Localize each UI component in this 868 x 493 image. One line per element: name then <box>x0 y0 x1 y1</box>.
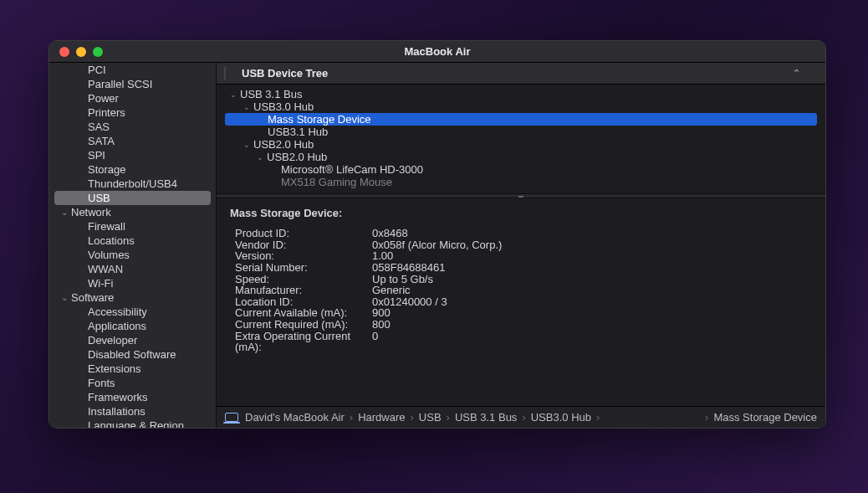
detail-value: 0x8468 <box>372 228 408 239</box>
detail-row: Current Required (mA):800 <box>230 319 812 331</box>
detail-key: Current Available (mA): <box>235 307 372 319</box>
traffic-lights <box>49 47 103 57</box>
sidebar-item-locations[interactable]: Locations <box>54 234 211 248</box>
details-title: Mass Storage Device: <box>230 207 812 219</box>
detail-value: 1.00 <box>372 250 393 262</box>
detail-key: Manufacturer: <box>235 285 372 296</box>
sidebar-item-pci[interactable]: PCI <box>54 63 211 77</box>
detail-row: Version:1.00 <box>230 250 812 262</box>
path-segment[interactable]: David's MacBook Air <box>245 411 345 424</box>
detail-value: 0 <box>372 331 378 353</box>
sidebar-item-firewall[interactable]: Firewall <box>54 219 211 234</box>
detail-key: Speed: <box>235 274 372 285</box>
detail-key: Product ID: <box>235 228 372 239</box>
minimize-button[interactable] <box>76 47 86 57</box>
tree-row-label: Mass Storage Device <box>268 113 371 126</box>
tree-header[interactable]: USB Device Tree ⌃ <box>217 63 825 85</box>
tree-row[interactable]: MX518 Gaming Mouse <box>225 176 817 188</box>
sidebar-item-applications[interactable]: Applications <box>54 319 211 333</box>
sidebar-item-power[interactable]: Power <box>54 91 211 105</box>
tree-row[interactable]: USB3.1 Hub <box>225 126 817 138</box>
chevron-down-icon: ⌄ <box>61 293 71 302</box>
tree-row[interactable]: ⌄USB2.0 Hub <box>225 151 817 163</box>
tree-row-label: USB2.0 Hub <box>267 151 327 163</box>
detail-key: Version: <box>235 250 372 262</box>
chevron-right-icon: › <box>595 411 601 424</box>
detail-row: Current Available (mA):900 <box>230 307 812 319</box>
sidebar-item-extensions[interactable]: Extensions <box>54 362 211 376</box>
detail-value: 0x058f (Alcor Micro, Corp.) <box>372 239 502 251</box>
tree-row-label: USB2.0 Hub <box>253 138 314 151</box>
zoom-button[interactable] <box>93 47 103 57</box>
detail-row: Extra Operating Current (mA):0 <box>230 331 812 353</box>
sidebar-item-wi-fi[interactable]: Wi-Fi <box>54 276 211 290</box>
chevron-right-icon: › <box>520 411 527 424</box>
chevron-right-icon: › <box>348 411 355 424</box>
split-handle[interactable] <box>217 193 825 198</box>
chevron-down-icon[interactable]: ⌄ <box>257 153 263 162</box>
sidebar-item-usb[interactable]: USB <box>54 191 211 205</box>
titlebar[interactable]: MacBook Air <box>49 41 825 63</box>
detail-value: 058F84688461 <box>372 262 445 274</box>
sidebar-item-language-region[interactable]: Language & Region <box>54 419 211 428</box>
path-segment[interactable]: Mass Storage Device <box>713 411 817 424</box>
sidebar-item-installations[interactable]: Installations <box>54 404 211 419</box>
detail-key: Vendor ID: <box>235 239 372 251</box>
tree-row[interactable]: Microsoft® LifeCam HD-3000 <box>225 163 817 176</box>
sidebar-item-accessibility[interactable]: Accessibility <box>54 305 211 319</box>
sidebar-item-sata[interactable]: SATA <box>54 134 211 148</box>
sidebar-item-frameworks[interactable]: Frameworks <box>54 390 211 404</box>
tree-row[interactable]: ⌄USB 3.1 Bus <box>225 88 817 100</box>
sidebar-item-volumes[interactable]: Volumes <box>54 248 211 262</box>
path-segment[interactable]: USB3.0 Hub <box>531 411 591 424</box>
detail-key: Serial Number: <box>235 262 372 274</box>
detail-value: 0x01240000 / 3 <box>372 296 447 308</box>
chevron-down-icon[interactable]: ⌄ <box>230 90 237 99</box>
laptop-icon <box>225 413 238 422</box>
system-information-window: MacBook Air PCIParallel SCSIPowerPrinter… <box>49 40 826 429</box>
detail-value: Generic <box>372 285 411 296</box>
chevron-down-icon[interactable]: ⌄ <box>243 141 250 149</box>
detail-value: Up to 5 Gb/s <box>372 274 433 285</box>
sidebar-category-network[interactable]: ⌄Network <box>49 205 216 219</box>
collapse-icon[interactable]: ⌃ <box>793 68 800 79</box>
tree-row[interactable]: ⌄USB3.0 Hub <box>225 100 817 113</box>
detail-row: Serial Number:058F84688461 <box>230 262 812 274</box>
sidebar-item-disabled-software[interactable]: Disabled Software <box>54 347 211 362</box>
close-button[interactable] <box>59 47 69 57</box>
detail-row: Product ID:0x8468 <box>230 228 812 239</box>
detail-key: Extra Operating Current (mA): <box>235 331 372 353</box>
tree-row-label: USB3.1 Hub <box>268 126 328 138</box>
sidebar-item-fonts[interactable]: Fonts <box>54 376 211 390</box>
main-pane: USB Device Tree ⌃ ⌄USB 3.1 Bus⌄USB3.0 Hu… <box>217 63 825 428</box>
sidebar-item-sas[interactable]: SAS <box>54 120 211 134</box>
sidebar[interactable]: PCIParallel SCSIPowerPrintersSASSATASPIS… <box>49 63 217 428</box>
chevron-right-icon: › <box>703 411 710 424</box>
detail-key: Location ID: <box>235 296 372 308</box>
path-bar[interactable]: David's MacBook Air›Hardware›USB›USB 3.1… <box>217 406 825 428</box>
sidebar-item-parallel-scsi[interactable]: Parallel SCSI <box>54 77 211 91</box>
sidebar-item-spi[interactable]: SPI <box>54 148 211 162</box>
window-body: PCIParallel SCSIPowerPrintersSASSATASPIS… <box>49 63 825 428</box>
detail-row: Speed:Up to 5 Gb/s <box>230 274 812 285</box>
sidebar-item-wwan[interactable]: WWAN <box>54 262 211 276</box>
chevron-right-icon: › <box>409 411 416 424</box>
tree-row[interactable]: ⌄USB2.0 Hub <box>225 138 817 151</box>
path-segment[interactable]: USB 3.1 Bus <box>455 411 517 424</box>
sidebar-category-software[interactable]: ⌄Software <box>49 290 216 305</box>
sidebar-item-thunderbolt-usb4[interactable]: Thunderbolt/USB4 <box>54 177 211 191</box>
device-tree[interactable]: ⌄USB 3.1 Bus⌄USB3.0 HubMass Storage Devi… <box>217 85 825 193</box>
path-segment[interactable]: USB <box>419 411 442 424</box>
tree-row-label: MX518 Gaming Mouse <box>281 176 392 188</box>
chevron-down-icon[interactable]: ⌄ <box>243 103 250 111</box>
path-segment[interactable]: Hardware <box>358 411 405 424</box>
sidebar-item-storage[interactable]: Storage <box>54 162 211 177</box>
tree-row[interactable]: Mass Storage Device <box>225 113 817 126</box>
tree-row-label: Microsoft® LifeCam HD-3000 <box>281 163 423 176</box>
sidebar-item-developer[interactable]: Developer <box>54 333 211 347</box>
detail-row: Location ID:0x01240000 / 3 <box>230 296 812 308</box>
detail-value: 900 <box>372 307 391 319</box>
detail-key: Current Required (mA): <box>235 319 372 331</box>
sidebar-item-printers[interactable]: Printers <box>54 105 211 120</box>
detail-row: Vendor ID:0x058f (Alcor Micro, Corp.) <box>230 239 812 251</box>
